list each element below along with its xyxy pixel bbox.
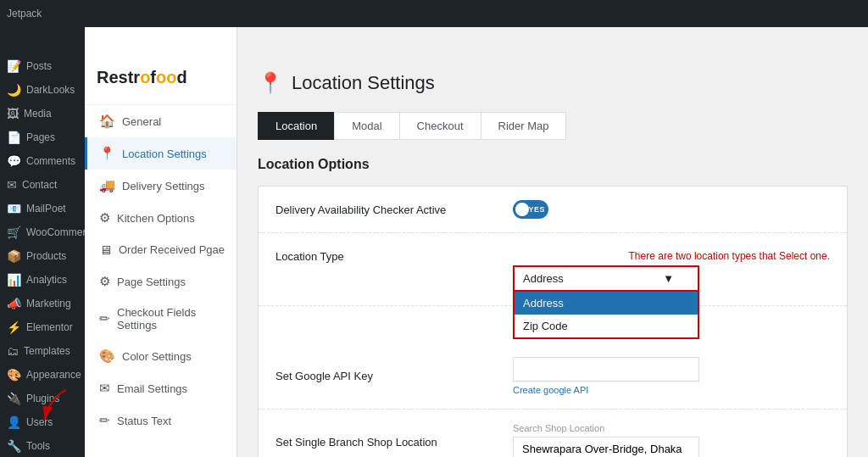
create-google-api-link[interactable]: Create google API xyxy=(513,385,830,395)
sidebar-item-products[interactable]: 📦 Products xyxy=(0,244,85,268)
shop-location-input[interactable] xyxy=(513,437,699,457)
sub-sidebar-label-checkout-fields: Checkout Fields Settings xyxy=(117,306,225,332)
sidebar-label-elementor: Elementor xyxy=(26,321,73,333)
sidebar-label-woocommerce: WooCommerce xyxy=(26,226,85,238)
sidebar-item-contact[interactable]: ✉ Contact xyxy=(0,173,85,197)
delivery-availability-row: Delivery Availability Checker Active YES xyxy=(259,187,847,233)
google-api-input[interactable] xyxy=(513,357,699,382)
sub-sidebar-delivery-settings[interactable]: 🚚 Delivery Settings xyxy=(85,170,236,202)
select-arrow-icon: ▼ xyxy=(663,272,674,285)
delivery-availability-label: Delivery Availability Checker Active xyxy=(275,203,513,216)
delivery-availability-toggle[interactable]: YES xyxy=(513,200,548,219)
tab-modal[interactable]: Modal xyxy=(334,112,398,140)
shop-location-value: Search Shop Location xyxy=(513,423,830,457)
sidebar-item-tools[interactable]: 🔧 Tools xyxy=(0,434,85,457)
tab-location[interactable]: Location xyxy=(258,112,334,140)
page-settings-icon: ⚙ xyxy=(99,274,110,289)
toggle-knob xyxy=(515,203,529,216)
page-title-icon: 📍 xyxy=(258,71,283,95)
main-content: 📍 Location Settings Location Modal Check… xyxy=(237,27,868,457)
sub-sidebar-label-status-text: Status Text xyxy=(117,415,171,427)
sub-sidebar-label-delivery-settings: Delivery Settings xyxy=(122,180,205,192)
mailpoet-icon: 📧 xyxy=(7,202,21,215)
order-received-icon: 🖥 xyxy=(99,242,112,257)
sub-sidebar-checkout-fields[interactable]: ✏ Checkout Fields Settings xyxy=(85,298,236,340)
sidebar-item-woocommerce[interactable]: 🛒 WooCommerce xyxy=(0,220,85,244)
plugins-icon: 🔌 xyxy=(7,392,21,405)
logo-o: o xyxy=(140,68,150,86)
sidebar-label-plugins: Plugins xyxy=(26,393,59,404)
sidebar-item-analytics[interactable]: 📊 Analytics xyxy=(0,268,85,292)
shop-location-label: Set Single Branch Shop Location xyxy=(275,436,513,449)
admin-bar-jetpack[interactable]: Jetpack xyxy=(7,8,42,20)
sidebar-item-users[interactable]: 👤 Users xyxy=(0,410,85,434)
location-type-hint: There are two location types that Select… xyxy=(513,250,830,262)
sidebar-label-marketing: Marketing xyxy=(26,298,71,309)
sidebar-label-pages: Pages xyxy=(26,131,55,143)
location-type-select-wrapper: Address ▼ Address Zip Code xyxy=(513,265,699,292)
search-shop-location-label: Search Shop Location xyxy=(513,423,830,433)
sub-sidebar-page-settings[interactable]: ⚙ Page Settings xyxy=(85,265,236,298)
location-type-label: Location Type xyxy=(275,250,513,263)
products-icon: 📦 xyxy=(7,249,21,263)
contact-icon: ✉ xyxy=(7,178,17,192)
toggle-yes-label: YES xyxy=(528,205,545,214)
sidebar-item-marketing[interactable]: 📣 Marketing xyxy=(0,292,85,315)
sub-sidebar-label-email-settings: Email Settings xyxy=(117,382,187,395)
logo-d: d xyxy=(176,68,186,86)
shop-location-row: Set Single Branch Shop Location Search S… xyxy=(259,410,847,457)
color-settings-icon: 🎨 xyxy=(99,348,115,364)
sub-sidebar-label-color-settings: Color Settings xyxy=(122,350,192,363)
sidebar-item-templates[interactable]: 🗂 Templates xyxy=(0,339,85,363)
appearance-icon: 🎨 xyxy=(7,368,21,382)
woocommerce-icon: 🛒 xyxy=(7,226,21,239)
sidebar-item-plugins[interactable]: 🔌 Plugins xyxy=(0,387,85,410)
sidebar-item-comments[interactable]: 💬 Comments xyxy=(0,149,85,173)
sidebar-label-products: Products xyxy=(26,250,66,262)
google-api-row: Set Google API Key Create google API xyxy=(259,343,847,410)
sub-sidebar-label-location-settings: Location Settings xyxy=(122,148,207,160)
tab-rider-map[interactable]: Rider Map xyxy=(481,112,567,140)
page-title-row: 📍 Location Settings xyxy=(258,71,848,95)
media-icon: 🖼 xyxy=(7,107,19,120)
sub-sidebar-status-text[interactable]: ✏ Status Text xyxy=(85,404,236,437)
sidebar-item-appearance[interactable]: 🎨 Appearance xyxy=(0,363,85,387)
sub-sidebar-color-settings[interactable]: 🎨 Color Settings xyxy=(85,340,236,372)
sidebar-label-media: Media xyxy=(24,108,52,120)
status-text-icon: ✏ xyxy=(99,413,110,428)
sidebar-item-pages[interactable]: 📄 Pages xyxy=(0,125,85,149)
sidebar-item-darklooks[interactable]: 🌙 DarkLooks xyxy=(0,78,85,102)
location-settings-icon: 📍 xyxy=(99,146,115,161)
sidebar-item-posts[interactable]: 📝 Posts xyxy=(0,54,85,78)
sidebar-label-mailpoet: MailPoet xyxy=(26,203,66,215)
delivery-availability-value: YES xyxy=(513,200,830,219)
sub-sidebar-order-received[interactable]: 🖥 Order Received Pgae xyxy=(85,234,236,265)
sidebar-item-media[interactable]: 🖼 Media xyxy=(0,102,85,125)
sidebar-label-posts: Posts xyxy=(26,60,52,72)
users-icon: 👤 xyxy=(7,415,21,429)
sub-sidebar-general[interactable]: 🏠 General xyxy=(85,105,236,137)
general-icon: 🏠 xyxy=(99,114,115,129)
restrofood-logo: Restrofood xyxy=(85,54,236,105)
marketing-icon: 📣 xyxy=(7,297,21,310)
location-type-row: Location Type There are two location typ… xyxy=(259,233,847,306)
page-title: Location Settings xyxy=(292,72,435,94)
pages-icon: 📄 xyxy=(7,131,21,144)
sub-sidebar-kitchen-options[interactable]: ⚙ Kitchen Options xyxy=(85,202,236,234)
sub-sidebar-location-settings[interactable]: 📍 Location Settings xyxy=(85,137,236,170)
section-title: Location Options xyxy=(258,157,848,172)
email-settings-icon: ✉ xyxy=(99,381,110,396)
location-type-value: There are two location types that Select… xyxy=(513,250,830,292)
location-type-select[interactable]: Address ▼ xyxy=(513,265,699,292)
dropdown-option-address[interactable]: Address xyxy=(515,292,698,315)
tab-checkout[interactable]: Checkout xyxy=(399,112,481,140)
tools-icon: 🔧 xyxy=(7,439,21,453)
sub-sidebar-email-settings[interactable]: ✉ Email Settings xyxy=(85,372,236,404)
sidebar-item-elementor[interactable]: ⚡ Elementor xyxy=(0,315,85,339)
kitchen-options-icon: ⚙ xyxy=(99,210,110,226)
sidebar-item-mailpoet[interactable]: 📧 MailPoet xyxy=(0,197,85,220)
sidebar-label-appearance: Appearance xyxy=(26,369,81,381)
comments-icon: 💬 xyxy=(7,154,21,168)
dropdown-option-zipcode[interactable]: Zip Code xyxy=(515,315,698,337)
sidebar-label-tools: Tools xyxy=(26,440,50,452)
